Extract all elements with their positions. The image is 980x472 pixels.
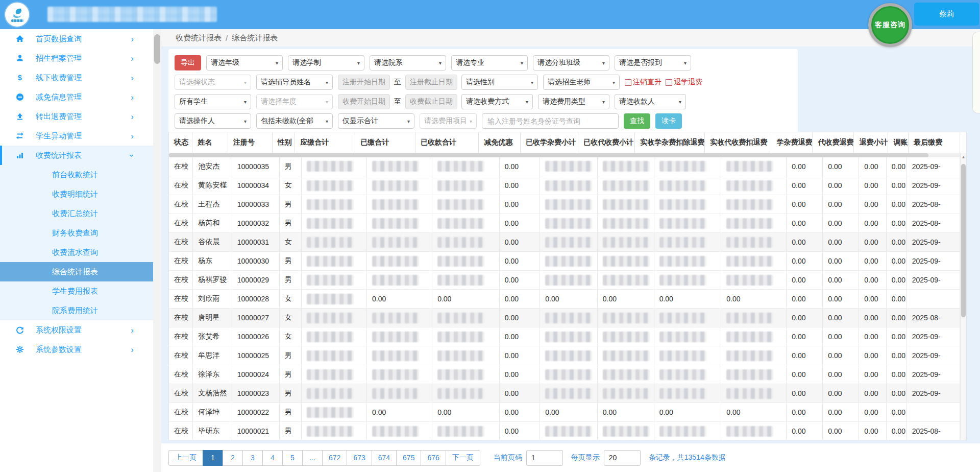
col-header-received_total[interactable]: 已收款合计 [415, 132, 479, 153]
counselor-select[interactable]: 请选辅导员姓名▾ [256, 75, 333, 90]
col-header-tuition_refund[interactable]: 学杂费退费 [771, 132, 813, 153]
fee-start-date-input[interactable]: 收费开始日期 [338, 94, 390, 109]
col-header-discount[interactable]: 减免优惠 [479, 132, 521, 153]
page-button-673[interactable]: 673 [347, 450, 372, 466]
page-button-2[interactable]: 2 [223, 450, 243, 466]
table-row[interactable]: 在校谷依晨10000031女0.000.000.000.000.002025-0… [169, 233, 960, 252]
sidebar-item-home[interactable]: 首页数据查询› [0, 29, 153, 49]
table-row[interactable]: 在校徐泽东10000024男0.000.000.000.000.002025-0… [169, 365, 960, 384]
table-horizontal-scrollbar-thumb[interactable] [169, 153, 928, 157]
sidebar-item-user[interactable]: 招生档案管理› [0, 49, 153, 68]
register-start-date-input[interactable]: 注册开始日期 [338, 75, 390, 90]
gender-select[interactable]: 请选性别▾ [461, 75, 538, 90]
right-drawer-handle[interactable] [972, 32, 980, 113]
fee-type-select[interactable]: 请选费用类型▾ [538, 94, 609, 109]
table-row[interactable]: 在校唐明星10000027女0.000.000.000.000.002025-0… [169, 309, 960, 327]
sidebar-item-minus-circle[interactable]: 减免信息管理› [0, 87, 153, 107]
sidebar-scrollbar[interactable] [153, 29, 161, 472]
fee-end-date-input[interactable]: 收费截止日期 [405, 94, 457, 109]
class-select[interactable]: 请选分班班级▾ [533, 55, 609, 70]
cancel-promote-checkbox[interactable]: 注销直升 [625, 78, 662, 87]
pay-method-select[interactable]: 请选收费方式▾ [461, 94, 533, 109]
sidebar-item-transfer[interactable]: 学生异动管理› [0, 126, 153, 146]
schooling-length-select[interactable]: 请选学制▾ [288, 55, 364, 70]
breadcrumb-parent[interactable]: 收费统计报表 [176, 33, 222, 43]
college-select[interactable]: 请选院系▾ [370, 55, 446, 70]
col-header-due_total[interactable]: 应缴合计 [295, 132, 355, 153]
page-button-5[interactable]: 5 [282, 450, 303, 466]
table-row[interactable]: 在校池安杰10000035男0.000.000.000.000.002025-0… [169, 157, 960, 176]
search-input[interactable] [482, 113, 619, 129]
table-row[interactable]: 在校杨东10000030男0.000.000.000.000.002025-09… [169, 252, 960, 271]
current-page-input[interactable] [526, 450, 563, 466]
summary-only-select[interactable]: 仅显示合计▾ [338, 113, 414, 129]
sidebar-subitem[interactable]: 综合统计报表 [0, 262, 153, 281]
sidebar-item-gear[interactable]: 系统参数设置› [0, 340, 153, 359]
grade-select[interactable]: 请选年级▾ [206, 55, 283, 70]
table-vertical-scrollbar[interactable]: ▲ [960, 153, 966, 440]
support-badge[interactable]: 客服咨询 [868, 3, 912, 47]
page-button-676[interactable]: 676 [421, 450, 446, 466]
export-button[interactable]: 导出 [175, 55, 201, 70]
table-row[interactable]: 在校杨祺罗骏10000029男0.000.000.000.000.002025-… [169, 271, 960, 290]
table-row[interactable]: 在校牟思洋10000025男0.000.000.000.000.002025-0… [169, 346, 960, 365]
checkbox-box[interactable] [625, 79, 631, 86]
col-header-refund_subtotal[interactable]: 退费小计 [854, 132, 888, 153]
page-button-674[interactable]: 674 [372, 450, 397, 466]
prev-page-button[interactable]: 上一页 [168, 450, 203, 466]
read-card-button[interactable]: 读卡 [655, 113, 682, 129]
table-row[interactable]: 在校何泽坤10000022男0.000.000.000.000.000.000.… [169, 403, 960, 422]
table-row[interactable]: 在校毕研东10000021男0.000.000.000.000.002025-0… [169, 422, 960, 440]
major-select[interactable]: 请选专业▾ [451, 55, 528, 70]
sidebar-item-dollar[interactable]: $线下收费管理› [0, 68, 153, 87]
table-row[interactable]: 在校刘欣雨10000028女0.000.000.000.000.000.000.… [169, 290, 960, 309]
status-select[interactable]: 请选择状态▾ [175, 75, 251, 90]
dropout-refund-checkbox[interactable]: 退学退费 [666, 78, 702, 87]
payee-select[interactable]: 请选收款人▾ [615, 94, 686, 109]
sidebar-subitem[interactable]: 收费汇总统计 [0, 204, 153, 223]
all-students-select[interactable]: 所有学生▾ [175, 94, 251, 109]
page-button-1[interactable]: 1 [203, 450, 223, 466]
include-unpaid-select[interactable]: 包括未缴款(全部▾ [256, 113, 333, 129]
scroll-up-arrow-icon[interactable]: ▲ [961, 153, 966, 161]
sidebar-subitem[interactable]: 学生费用报表 [0, 281, 153, 301]
col-header-tuition_net_of_refund[interactable]: 实收学杂费扣除退费 [635, 132, 705, 153]
col-header-agency_net_of_refund[interactable]: 实收代收费扣退费 [705, 132, 771, 153]
year-select[interactable]: 请选择年度▾ [256, 94, 333, 109]
fee-item-select[interactable]: 请选费用项目▾ [420, 113, 477, 129]
sidebar-item-upload[interactable]: 转出退费管理› [0, 107, 153, 126]
register-end-date-input[interactable]: 注册截止日期 [405, 75, 457, 90]
col-header-gender[interactable]: 性别 [272, 132, 295, 153]
sidebar-scrollbar-thumb[interactable] [154, 34, 160, 64]
col-header-adjustment[interactable]: 调账 [888, 132, 909, 153]
col-header-reg_no[interactable]: 注册号 [228, 132, 273, 153]
user-button[interactable]: 蔡莉 [914, 3, 979, 26]
table-row[interactable]: 在校杨芮和10000032男0.000.000.000.000.002025-0… [169, 214, 960, 233]
col-header-name[interactable]: 姓名 [192, 132, 228, 153]
col-header-last_payment[interactable]: 最后缴费 [909, 132, 960, 153]
sidebar-subitem[interactable]: 院系费用统计 [0, 301, 153, 320]
table-row[interactable]: 在校张艾希10000026女0.000.000.000.000.002025-0… [169, 327, 960, 346]
page-button-672[interactable]: 672 [322, 450, 347, 466]
table-vertical-scrollbar-thumb[interactable] [961, 164, 966, 317]
col-header-agency_refund[interactable]: 代收费退费 [813, 132, 854, 153]
sidebar-subitem[interactable]: 收费流水查询 [0, 243, 153, 262]
page-size-input[interactable] [604, 450, 641, 466]
recruiter-select[interactable]: 请选招生老师▾ [543, 75, 620, 90]
page-button-3[interactable]: 3 [242, 450, 263, 466]
table-row[interactable]: 在校文杨浩然10000023男0.000.000.000.000.002025-… [169, 384, 960, 403]
reported-select[interactable]: 请选是否报到▾ [615, 55, 691, 70]
col-header-status[interactable]: 状态 [169, 132, 192, 153]
search-button[interactable]: 查找 [624, 113, 650, 129]
table-row[interactable]: 在校黄陈安槿10000034女0.000.000.000.000.002025-… [169, 176, 960, 195]
next-page-button[interactable]: 下一页 [446, 450, 480, 466]
col-header-paid_total[interactable]: 已缴合计 [355, 132, 415, 153]
col-header-agency_received_subtotal[interactable]: 已收代收费小计 [578, 132, 635, 153]
operator-select[interactable]: 请选操作人▾ [175, 113, 251, 129]
sidebar-item-bar-chart[interactable]: 收费统计报表› [0, 146, 153, 165]
page-button-675[interactable]: 675 [396, 450, 421, 466]
sidebar-subitem[interactable]: 收费明细统计 [0, 184, 153, 204]
sidebar-subitem[interactable]: 财务收费查询 [0, 223, 153, 243]
table-horizontal-scrollbar[interactable] [169, 153, 960, 157]
sidebar-item-permissions[interactable]: 系统权限设置› [0, 320, 153, 340]
